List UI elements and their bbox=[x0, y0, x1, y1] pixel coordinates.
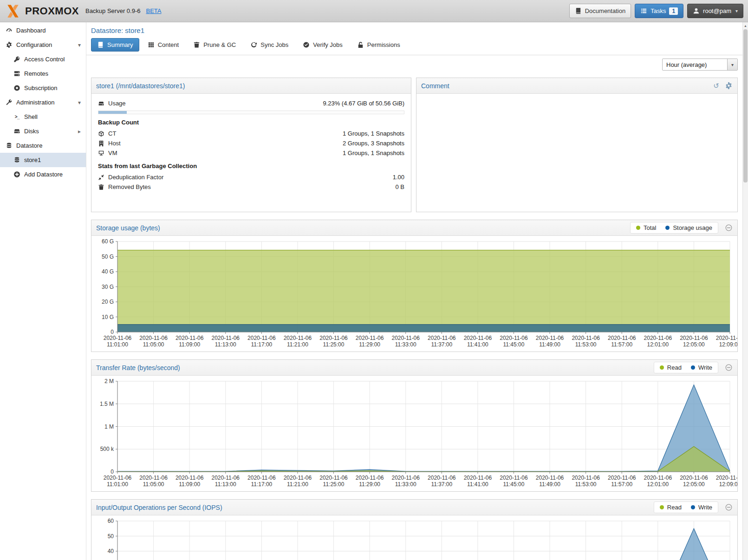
caret-down-icon: ▾ bbox=[735, 8, 738, 13]
combo-trigger-icon[interactable]: ▾ bbox=[727, 59, 737, 70]
legend-item-read[interactable]: Read bbox=[660, 504, 682, 511]
svg-text:2020-11-0611:49:00: 2020-11-0611:49:00 bbox=[536, 475, 564, 488]
svg-text:2020-11-0611:29:00: 2020-11-0611:29:00 bbox=[356, 335, 384, 348]
compress-icon bbox=[98, 174, 104, 181]
backup-count-title: Backup Count bbox=[98, 119, 404, 126]
chart-panel-2: Input/Output Operations per Second (IOPS… bbox=[91, 499, 738, 560]
svg-text:2020-11-0611:53:00: 2020-11-0611:53:00 bbox=[572, 335, 600, 348]
chart-1-legend: ReadWrite bbox=[654, 362, 718, 373]
tab-summary[interactable]: Summary bbox=[91, 38, 139, 52]
sidebar-item-remotes[interactable]: Remotes bbox=[0, 66, 86, 81]
tab-sync-jobs[interactable]: Sync Jobs bbox=[244, 38, 294, 52]
user-label: root@pam bbox=[703, 7, 731, 14]
comment-panel-header: Comment ↺ bbox=[416, 78, 737, 94]
collapse-icon[interactable] bbox=[725, 503, 733, 511]
legend-dot bbox=[665, 226, 670, 230]
sidebar-item-label: Administration bbox=[16, 99, 54, 106]
collapse-icon[interactable] bbox=[725, 224, 733, 232]
sidebar-item-add-datastore[interactable]: Add Datastore bbox=[0, 167, 86, 182]
sidebar-item-administration[interactable]: Administration▾ bbox=[0, 95, 86, 110]
svg-text:2020-11-0611:09:00: 2020-11-0611:09:00 bbox=[176, 475, 204, 488]
top-header: PROXMOX Backup Server 0.9-6 BETA Documen… bbox=[0, 0, 748, 22]
chart-panel-1: Transfer Rate (bytes/second) ReadWrite 0… bbox=[91, 359, 738, 492]
svg-text:2020-11-0611:25:00: 2020-11-0611:25:00 bbox=[319, 475, 348, 488]
proxmox-backup-server-app: PROXMOX Backup Server 0.9-6 BETA Documen… bbox=[0, 0, 748, 560]
sidebar-item-configuration[interactable]: Configuration▾ bbox=[0, 38, 86, 52]
sidebar-item-store1[interactable]: store1 bbox=[0, 153, 86, 167]
tab-content[interactable]: Content bbox=[142, 38, 185, 52]
sidebar-item-dashboard[interactable]: Dashboard bbox=[0, 23, 86, 38]
tab-permissions[interactable]: Permissions bbox=[351, 38, 406, 52]
svg-text:60 G: 60 G bbox=[102, 238, 114, 245]
toolbar-row: Hour (average) ▾ bbox=[86, 55, 742, 74]
svg-text:2020-11-0611:57:00: 2020-11-0611:57:00 bbox=[608, 335, 636, 348]
row-label: VM bbox=[108, 150, 117, 156]
legend-item-storage-usage[interactable]: Storage usage bbox=[665, 224, 712, 231]
chart-1-header: Transfer Rate (bytes/second) ReadWrite bbox=[91, 360, 737, 376]
sidebar-item-label: Add Datastore bbox=[24, 171, 63, 178]
row-value: 1 Groups, 1 Snapshots bbox=[343, 130, 404, 137]
svg-text:1.5 M: 1.5 M bbox=[100, 401, 114, 407]
trash-icon bbox=[98, 184, 104, 190]
server-icon bbox=[13, 70, 20, 77]
legend-dot bbox=[691, 505, 695, 509]
comment-panel-body[interactable] bbox=[416, 94, 737, 212]
legend-item-read[interactable]: Read bbox=[660, 364, 682, 371]
chevron-down-icon[interactable]: ▾ bbox=[77, 99, 82, 106]
tab-verify-jobs[interactable]: Verify Jobs bbox=[297, 38, 349, 52]
legend-item-total[interactable]: Total bbox=[636, 224, 656, 231]
scroll-up-arrow[interactable]: ▲ bbox=[743, 22, 748, 29]
tasks-button[interactable]: Tasks 1 bbox=[635, 4, 683, 18]
collapse-icon[interactable] bbox=[725, 364, 733, 371]
sidebar-item-label: Datastore bbox=[16, 142, 42, 149]
sidebar-item-access-control[interactable]: Access Control bbox=[0, 52, 86, 66]
svg-text:40: 40 bbox=[108, 548, 114, 554]
legend-label: Storage usage bbox=[673, 224, 712, 231]
vertical-scrollbar[interactable]: ▲ bbox=[742, 22, 748, 560]
sidebar-item-disks[interactable]: Disks▸ bbox=[0, 124, 86, 138]
sidebar-item-subscription[interactable]: Subscription bbox=[0, 81, 86, 95]
chart-0-header: Storage usage (bytes) TotalStorage usage bbox=[91, 220, 737, 236]
row-label: Host bbox=[108, 140, 121, 147]
tab-prune-gc[interactable]: Prune & GC bbox=[187, 38, 242, 52]
svg-text:2020-11-0612:09:00: 2020-11-0612:09:00 bbox=[716, 475, 737, 488]
top-panels-row: store1 (/mnt/datastores/store1) Usage 9.… bbox=[91, 78, 738, 212]
chart-1-body: 0500 k1 M1.5 M2 M2020-11-0611:01:002020-… bbox=[91, 376, 737, 491]
tab-sync-jobs-icon bbox=[250, 41, 257, 48]
svg-text:2020-11-0611:41:00: 2020-11-0611:41:00 bbox=[464, 335, 492, 348]
summary-row-deduplication-factor: Deduplication Factor1.00 bbox=[98, 172, 404, 182]
documentation-button[interactable]: Documentation bbox=[569, 4, 631, 18]
user-icon bbox=[693, 7, 700, 14]
gc-stats-title: Stats from last Garbage Collection bbox=[98, 163, 404, 169]
beta-link[interactable]: BETA bbox=[146, 7, 161, 14]
cube-icon bbox=[98, 130, 104, 137]
gear-icon[interactable] bbox=[725, 82, 733, 90]
svg-text:2020-11-0611:25:00: 2020-11-0611:25:00 bbox=[319, 335, 348, 348]
sidebar-items: DashboardConfiguration▾Access ControlRem… bbox=[0, 23, 86, 182]
sidebar-item-datastore[interactable]: Datastore bbox=[0, 138, 86, 153]
chart-panel-0: Storage usage (bytes) TotalStorage usage… bbox=[91, 220, 738, 352]
tab-label: Permissions bbox=[367, 41, 400, 48]
sidebar-item-label: Access Control bbox=[24, 56, 65, 63]
chevron-down-icon[interactable]: ▾ bbox=[77, 42, 82, 48]
user-menu-button[interactable]: root@pam ▾ bbox=[687, 4, 743, 18]
summary-panel-title: store1 (/mnt/datastores/store1) bbox=[96, 82, 185, 90]
scroll-thumb[interactable] bbox=[743, 29, 748, 182]
tab-summary-icon bbox=[97, 41, 104, 48]
summary-row-vm: VM1 Groups, 1 Snapshots bbox=[98, 148, 404, 158]
database-icon bbox=[13, 156, 20, 163]
time-range-combobox[interactable]: Hour (average) ▾ bbox=[662, 59, 738, 71]
legend-item-write[interactable]: Write bbox=[691, 504, 712, 511]
documentation-book-icon bbox=[575, 7, 582, 14]
page-head: Datastore: store1 bbox=[86, 22, 742, 35]
chevron-right-icon[interactable]: ▸ bbox=[77, 128, 82, 135]
legend-item-write[interactable]: Write bbox=[691, 364, 712, 371]
wrench-icon bbox=[6, 99, 13, 106]
reload-icon[interactable]: ↺ bbox=[712, 82, 720, 90]
iops-chart: 01020304050602020-11-0611:01:002020-11-0… bbox=[91, 515, 737, 560]
tab-label: Prune & GC bbox=[203, 41, 236, 48]
svg-text:30 G: 30 G bbox=[102, 284, 114, 290]
summary-panel-header: store1 (/mnt/datastores/store1) bbox=[91, 78, 411, 94]
gear-icon bbox=[6, 41, 13, 48]
sidebar-item-shell[interactable]: >_Shell bbox=[0, 110, 86, 124]
